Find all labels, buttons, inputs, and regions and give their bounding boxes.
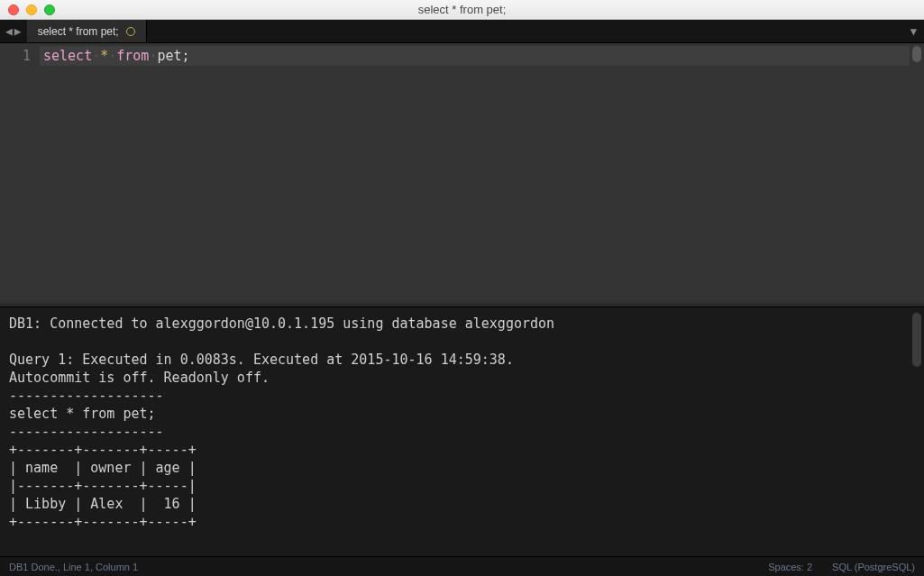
token-identifier: pet [157,48,181,64]
console-scrollbar[interactable] [912,313,921,367]
console-line: | Libby | Alex | 16 | [9,496,197,512]
token-keyword: select [43,48,92,64]
editor[interactable]: 1 select·*·from·pet; [0,43,924,306]
line-number: 1 [0,46,31,66]
unsaved-marker-icon [126,27,135,36]
window-title: select * from pet; [0,3,924,16]
console-line: | name | owner | age | [9,460,197,476]
minimize-icon[interactable] [26,5,37,15]
gutter: 1 [0,43,40,306]
window-controls [8,5,55,15]
token-punct: ; [182,48,190,64]
titlebar: select * from pet; [0,0,924,20]
tab-active[interactable]: select * from pet; [27,20,147,42]
tab-label: select * from pet; [38,25,119,38]
zoom-icon[interactable] [44,5,55,15]
status-syntax[interactable]: SQL (PostgreSQL) [832,562,915,572]
status-left[interactable]: DB1 Done., Line 1, Column 1 [9,562,138,572]
console-line: ------------------- [9,388,164,404]
console-line: +-------+-------+-----+ [9,442,197,458]
code-line: select·*·from·pet; [43,46,924,66]
console-line: +-------+-------+-----+ [9,514,197,530]
tab-overflow-icon[interactable]: ▼ [910,20,917,42]
code-area[interactable]: select·*·from·pet; [40,43,924,306]
token-keyword: from [116,48,149,64]
tab-history-nav: ◀ ▶ [0,20,27,42]
console-line: select * from pet; [9,406,156,422]
nav-back-icon[interactable]: ◀ [5,24,13,38]
console-line: |-------+-------+-----| [9,478,197,494]
tab-bar: ◀ ▶ select * from pet; ▼ [0,20,924,43]
console-line: Query 1: Executed in 0.0083s. Executed a… [9,352,514,368]
token-star: * [100,48,108,64]
console-line: ------------------- [9,424,164,440]
status-bar: DB1 Done., Line 1, Column 1 Spaces: 2 SQ… [0,556,924,576]
status-right: Spaces: 2 SQL (PostgreSQL) [768,562,915,572]
console-line: DB1: Connected to alexggordon@10.0.1.195… [9,315,554,332]
close-icon[interactable] [8,5,19,15]
whitespace-dot-icon: · [108,48,116,64]
status-indent[interactable]: Spaces: 2 [768,562,812,572]
console-line: Autocommit is off. Readonly off. [9,370,270,386]
nav-forward-icon[interactable]: ▶ [14,24,22,38]
output-panel[interactable]: DB1: Connected to alexggordon@10.0.1.195… [0,306,924,556]
whitespace-dot-icon: · [92,48,100,64]
